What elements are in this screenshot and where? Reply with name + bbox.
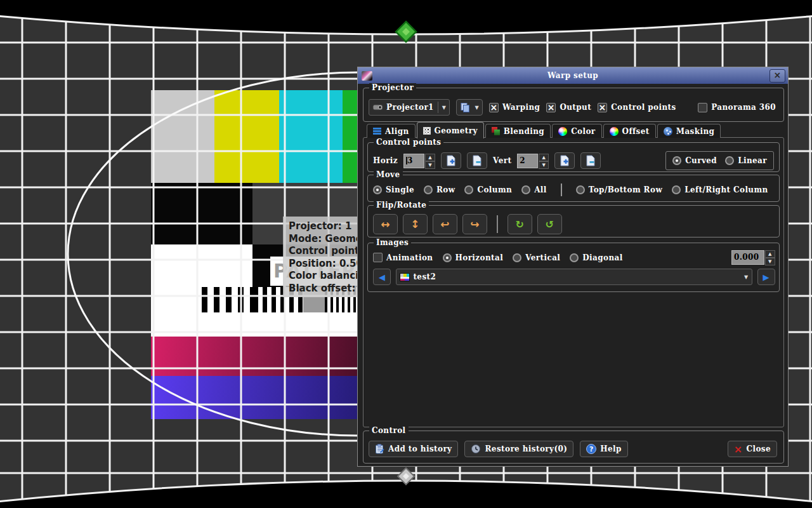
osd-line: Mode: Geome: [289, 233, 363, 246]
rotate-cw-button[interactable]: ↻: [508, 214, 532, 234]
remove-vert-points-button[interactable]: [580, 152, 601, 169]
animation-speed-spinner[interactable]: 0.000 ▲ ▼: [731, 250, 775, 265]
flip-vertical-button[interactable]: ↕: [403, 214, 428, 234]
osd-line: Color balancin: [289, 270, 363, 283]
flip-horizontal-button[interactable]: ↔: [373, 214, 398, 234]
copy-settings-button[interactable]: ▼: [456, 99, 483, 116]
tab-label: Color: [571, 127, 595, 136]
linear-radio[interactable]: Linear: [725, 156, 767, 165]
checkbox-icon: [698, 103, 707, 112]
projector-group: Projector Projector1 ▼ ▼: [363, 88, 784, 122]
move-left-right-column-radio[interactable]: Left/Right Column: [672, 185, 768, 194]
animation-checkbox[interactable]: Animation: [373, 253, 433, 262]
color-wheel-icon: [558, 127, 567, 136]
move-all-radio[interactable]: All: [521, 185, 547, 194]
next-image-button[interactable]: ▶: [757, 269, 775, 285]
horiz-label: Horiz: [373, 156, 398, 165]
tab-blending[interactable]: Blending: [485, 124, 551, 138]
vert-value[interactable]: 2: [517, 154, 538, 168]
tab-align[interactable]: Align: [367, 124, 416, 138]
left-right-column-label: Left/Right Column: [684, 185, 768, 194]
spin-down-icon[interactable]: ▼: [425, 161, 435, 169]
restore-history-button[interactable]: Restore history(0): [464, 441, 573, 457]
vert-spinner[interactable]: 2 ▲ ▼: [517, 154, 549, 168]
move-top-bottom-row-radio[interactable]: Top/Bottom Row: [576, 185, 662, 194]
projector-select[interactable]: Projector1 ▼: [369, 99, 450, 116]
next-icon: ▶: [763, 272, 769, 282]
help-button[interactable]: ? Help: [580, 441, 628, 457]
tab-label: Offset: [622, 127, 650, 136]
horiz-spinner[interactable]: 3 ▲ ▼: [403, 154, 435, 168]
tab-bar: Align Geometry Blending Color Offset Mas…: [367, 122, 721, 138]
diagonal-radio[interactable]: Diagonal: [570, 253, 622, 262]
curved-radio[interactable]: Curved: [672, 156, 717, 165]
tab-masking[interactable]: Masking: [657, 124, 721, 138]
radio-icon: [424, 185, 433, 194]
blending-icon: [492, 127, 500, 135]
add-horiz-points-button[interactable]: [441, 152, 461, 169]
title-bar[interactable]: Warp setup ×: [358, 67, 788, 84]
close-icon: ×: [734, 443, 743, 455]
osd-line: Control point:: [289, 245, 363, 258]
output-checkbox[interactable]: × Output: [546, 103, 591, 112]
masking-icon: [664, 127, 672, 136]
panorama-360-label: Panorama 360: [711, 103, 776, 112]
vertical-radio[interactable]: Vertical: [513, 253, 560, 262]
radio-icon: [373, 185, 382, 194]
rotate-left-button[interactable]: ↩: [433, 214, 457, 234]
close-button[interactable]: × Close: [728, 441, 777, 457]
horizontal-radio[interactable]: Horizontal: [443, 253, 504, 262]
osd-line: Projector: 1: [289, 220, 363, 233]
spin-down-icon[interactable]: ▼: [765, 258, 775, 265]
rotate-right-button[interactable]: ↪: [462, 214, 487, 234]
rotate-cw-icon: ↻: [516, 218, 525, 231]
spinner-arrows: ▲ ▼: [425, 154, 435, 168]
add-vert-points-button[interactable]: [554, 152, 575, 169]
single-label: Single: [386, 185, 414, 194]
horiz-value[interactable]: 3: [403, 154, 424, 168]
tab-offset[interactable]: Offset: [603, 124, 656, 138]
tab-color[interactable]: Color: [552, 124, 601, 138]
close-label: Close: [746, 444, 771, 453]
move-column-radio[interactable]: Column: [464, 185, 512, 194]
add-page-icon: [560, 155, 570, 166]
vert-label: Vert: [493, 156, 511, 165]
radio-icon: [443, 253, 452, 262]
projector-group-label: Projector: [369, 83, 416, 92]
tab-label: Align: [385, 127, 409, 136]
remove-horiz-points-button[interactable]: [467, 152, 487, 169]
spin-up-icon[interactable]: ▲: [539, 154, 549, 161]
spin-down-icon[interactable]: ▼: [539, 161, 549, 169]
image-select[interactable]: test2 ▼: [396, 269, 752, 285]
copy-icon: [460, 102, 471, 113]
flip-rotate-group: Flip/Rotate ↔ ↕ ↩ ↪ ↻: [367, 205, 780, 237]
top-bottom-row-label: Top/Bottom Row: [589, 185, 662, 194]
curved-label: Curved: [685, 156, 717, 165]
move-single-radio[interactable]: Single: [373, 185, 414, 194]
flip-vertical-icon: ↕: [410, 218, 420, 231]
tab-geometry[interactable]: Geometry: [417, 122, 484, 138]
previous-image-button[interactable]: ◀: [373, 269, 391, 285]
control-points-checkbox[interactable]: × Control points: [598, 103, 676, 112]
panorama-360-checkbox[interactable]: Panorama 360: [698, 103, 776, 112]
rotate-ccw-button[interactable]: ↺: [537, 214, 562, 234]
animation-speed-value[interactable]: 0.000: [731, 250, 764, 265]
add-to-history-button[interactable]: Add to history: [369, 441, 458, 457]
warping-checkbox[interactable]: × Warping: [489, 103, 540, 112]
spin-up-icon[interactable]: ▲: [425, 154, 435, 161]
help-label: Help: [600, 444, 622, 453]
geometry-icon: [423, 127, 431, 135]
osd-line: Position: 0.500: [289, 258, 363, 271]
vertical-label: Vertical: [525, 253, 560, 262]
spin-up-icon[interactable]: ▲: [765, 250, 775, 258]
radio-icon: [570, 253, 579, 262]
checkbox-icon: ×: [546, 103, 556, 112]
image-select-value: test2: [413, 272, 436, 281]
chevron-down-icon: ▼: [744, 274, 749, 280]
move-row-radio[interactable]: Row: [424, 185, 455, 194]
add-to-history-label: Add to history: [388, 444, 452, 453]
window-close-button[interactable]: ×: [769, 69, 785, 83]
radio-icon: [576, 185, 585, 194]
radio-icon: [521, 185, 530, 194]
remove-page-icon: [472, 155, 482, 166]
